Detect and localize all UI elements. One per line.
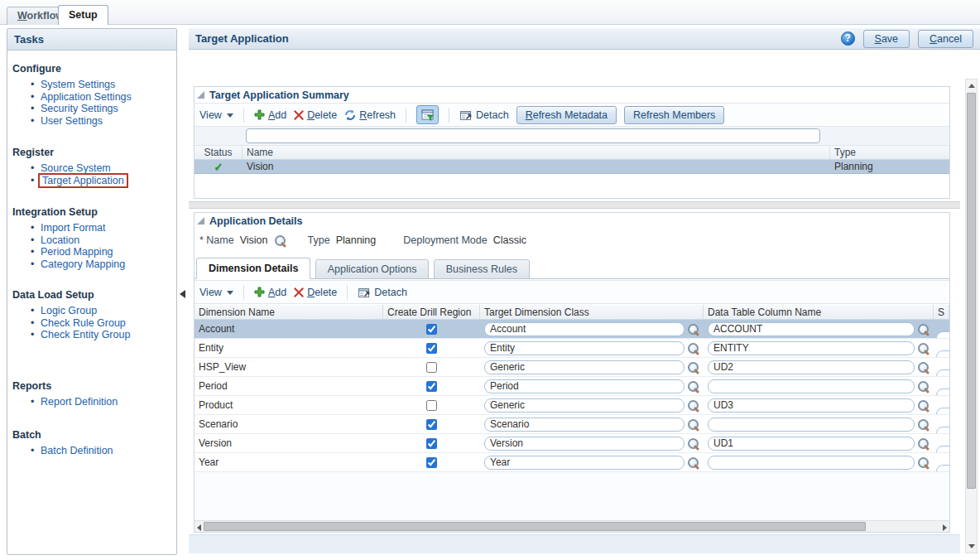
sidebar-item-batch-definition[interactable]: Batch Definition — [7, 445, 176, 457]
data-table-column-input[interactable] — [708, 437, 915, 451]
create-drill-region-checkbox[interactable] — [426, 362, 437, 373]
dimension-row[interactable]: HSP_View — [195, 358, 949, 377]
column-header-type[interactable]: Type — [830, 147, 949, 158]
cancel-button[interactable]: Cancel — [918, 30, 973, 48]
help-icon[interactable] — [841, 31, 855, 46]
create-drill-region-checkbox[interactable] — [426, 457, 437, 468]
lookup-icon[interactable] — [917, 342, 930, 355]
target-dimension-class-input[interactable] — [484, 418, 685, 432]
column-header-data-table-column-name[interactable]: Data Table Column Name — [704, 305, 934, 319]
create-drill-region-checkbox[interactable] — [426, 324, 437, 335]
data-table-column-input[interactable] — [708, 360, 915, 374]
dimension-row[interactable]: Period — [195, 377, 949, 396]
data-table-column-input[interactable] — [708, 379, 915, 393]
sidebar-item-location[interactable]: Location — [7, 234, 176, 247]
dimension-row[interactable]: Entity — [195, 339, 949, 358]
lookup-icon[interactable] — [687, 418, 699, 431]
data-table-column-input[interactable] — [708, 398, 915, 413]
column-header-clipped[interactable]: S — [934, 305, 949, 319]
create-drill-region-checkbox[interactable] — [426, 381, 437, 392]
sidebar-item-period-mapping[interactable]: Period Mapping — [7, 246, 176, 258]
summary-section-header[interactable]: Target Application Summary — [195, 87, 949, 103]
name-filter-input[interactable] — [246, 128, 820, 143]
lookup-icon[interactable] — [687, 399, 699, 412]
dimension-row[interactable]: Product — [195, 396, 949, 415]
data-table-column-input[interactable] — [708, 418, 915, 432]
sidebar-item-check-entity-group[interactable]: Check Entity Group — [7, 329, 176, 341]
sidebar-item-category-mapping[interactable]: Category Mapping — [7, 258, 176, 271]
save-button[interactable]: Save — [863, 30, 910, 48]
refresh-metadata-button[interactable]: Refresh Metadata — [516, 106, 617, 124]
target-dimension-class-input[interactable] — [484, 322, 685, 336]
target-dimension-class-input[interactable] — [484, 341, 685, 355]
collapse-section-icon[interactable] — [197, 217, 204, 224]
sidebar-item-application-settings[interactable]: Application Settings — [7, 91, 176, 104]
sidebar-item-import-format[interactable]: Import Format — [7, 222, 176, 234]
lookup-icon[interactable] — [917, 380, 930, 393]
data-table-column-input[interactable] — [708, 456, 915, 470]
tab-dimension-details[interactable]: Dimension Details — [196, 258, 310, 279]
delete-button[interactable]: Delete — [294, 109, 337, 121]
create-drill-region-checkbox[interactable] — [426, 400, 437, 411]
collapse-panel-icon[interactable] — [180, 290, 185, 298]
sidebar-item-report-definition[interactable]: Report Definition — [7, 396, 176, 408]
lookup-icon[interactable] — [687, 323, 699, 336]
view-menu-button[interactable]: View — [199, 287, 233, 298]
sidebar-item-security-settings[interactable]: Security Settings — [7, 103, 176, 115]
dimension-row[interactable]: Version — [195, 434, 949, 453]
target-dimension-class-input[interactable] — [484, 379, 685, 393]
dimension-row[interactable]: Account — [195, 320, 949, 339]
summary-table-row[interactable]: Vision Planning — [195, 160, 949, 174]
scroll-up-arrow-icon[interactable] — [968, 84, 975, 88]
tab-setup[interactable]: Setup — [58, 5, 108, 25]
add-button[interactable]: Add — [254, 109, 286, 121]
lookup-icon[interactable] — [687, 342, 699, 355]
lookup-icon[interactable] — [687, 380, 699, 393]
target-dimension-class-input[interactable] — [484, 456, 685, 470]
column-header-target-dimension-class[interactable]: Target Dimension Class — [480, 305, 704, 319]
sidebar-item-system-settings[interactable]: System Settings — [7, 79, 176, 91]
data-table-column-input[interactable] — [708, 341, 915, 355]
dimension-row[interactable]: Year — [195, 453, 949, 472]
lookup-icon[interactable] — [687, 456, 699, 469]
scroll-left-arrow-icon[interactable] — [197, 524, 201, 531]
lookup-icon[interactable] — [917, 456, 930, 469]
collapse-section-icon[interactable] — [197, 91, 204, 99]
horizontal-scrollbar-thumb[interactable] — [204, 522, 866, 531]
create-drill-region-checkbox[interactable] — [426, 343, 437, 354]
target-dimension-class-input[interactable] — [484, 360, 685, 374]
tab-business-rules[interactable]: Business Rules — [434, 259, 530, 279]
lookup-icon[interactable] — [917, 361, 930, 374]
name-lookup-icon[interactable] — [274, 234, 286, 247]
lookup-icon[interactable] — [917, 437, 930, 450]
sidebar-item-logic-group[interactable]: Logic Group — [7, 305, 176, 317]
column-header-create-drill-region[interactable]: Create Drill Region — [383, 305, 480, 319]
query-by-example-button[interactable] — [416, 105, 439, 124]
lookup-icon[interactable] — [917, 418, 930, 431]
lookup-icon[interactable] — [687, 437, 699, 450]
detach-button[interactable]: Detach — [459, 109, 509, 122]
column-header-name[interactable]: Name — [243, 146, 830, 159]
panel-splitter[interactable] — [177, 28, 189, 555]
dimension-row[interactable]: Scenario — [195, 415, 949, 434]
delete-button[interactable]: Delete — [294, 287, 337, 298]
scroll-right-arrow-icon[interactable] — [943, 524, 947, 531]
view-menu-button[interactable]: View — [199, 109, 233, 121]
create-drill-region-checkbox[interactable] — [426, 419, 437, 430]
data-table-column-input[interactable] — [708, 322, 915, 336]
vertical-scrollbar[interactable] — [965, 79, 978, 553]
horizontal-scrollbar[interactable] — [195, 520, 949, 532]
sidebar-item-check-rule-group[interactable]: Check Rule Group — [7, 317, 176, 330]
add-button[interactable]: Add — [254, 287, 286, 298]
lookup-icon[interactable] — [917, 323, 930, 336]
vertical-scrollbar-thumb[interactable] — [967, 93, 976, 489]
detach-button[interactable]: Detach — [358, 286, 407, 299]
refresh-members-button[interactable]: Refresh Members — [624, 106, 724, 124]
target-dimension-class-input[interactable] — [484, 437, 685, 451]
lookup-icon[interactable] — [687, 361, 699, 374]
create-drill-region-checkbox[interactable] — [426, 438, 437, 449]
column-header-dimension-name[interactable]: Dimension Name — [195, 305, 383, 319]
column-header-status[interactable]: Status — [195, 146, 243, 159]
lookup-icon[interactable] — [917, 399, 930, 412]
scroll-down-arrow-icon[interactable] — [968, 544, 975, 548]
